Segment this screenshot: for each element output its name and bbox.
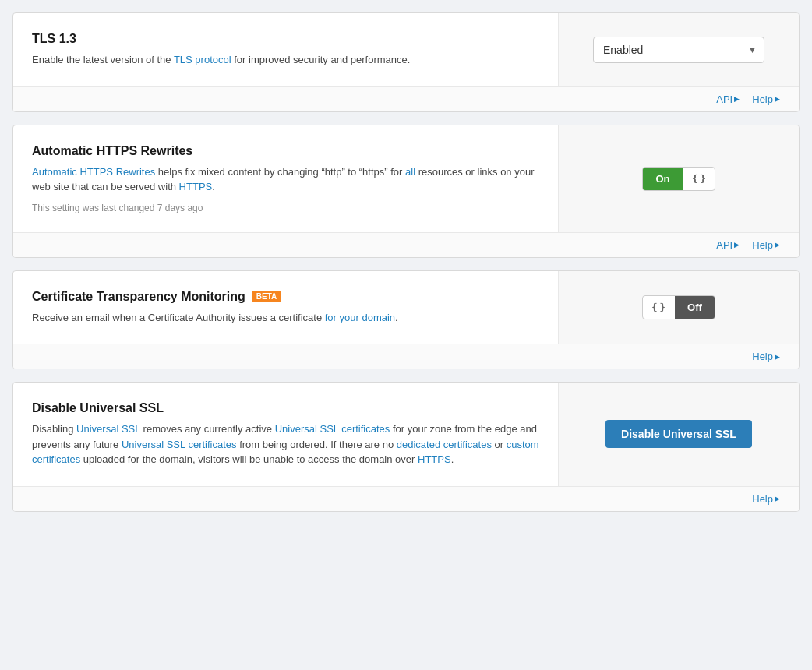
beta-badge: Beta xyxy=(252,291,281,302)
cert-transparency-title: Certificate Transparency Monitoring Beta xyxy=(32,290,539,304)
tls13-api-link[interactable]: API xyxy=(716,93,740,105)
disable-ssl-card-left: Disable Universal SSL Disabling Universa… xyxy=(13,383,559,486)
https-rewrites-desc: Automatic HTTPS Rewrites helps fix mixed… xyxy=(32,164,539,195)
disable-universal-ssl-button[interactable]: Disable Universal SSL xyxy=(605,420,752,448)
https-rewrites-toggle-code[interactable]: ❴❵ xyxy=(683,168,715,189)
cert-transparency-card-right: ❴❵ Off xyxy=(559,271,799,344)
https-served-link[interactable]: HTTPS xyxy=(179,181,213,192)
cert-transparency-card: Certificate Transparency Monitoring Beta… xyxy=(12,270,800,370)
disable-ssl-title-text: Disable Universal SSL xyxy=(32,401,164,415)
https-rewrites-toggle-group: On ❴❵ xyxy=(642,167,715,191)
disable-ssl-card: Disable Universal SSL Disabling Universa… xyxy=(12,382,800,512)
disable-ssl-help-link[interactable]: Help xyxy=(752,493,780,505)
disable-ssl-card-main: Disable Universal SSL Disabling Universa… xyxy=(13,383,799,486)
https-rewrites-card-main: Automatic HTTPS Rewrites Automatic HTTPS… xyxy=(13,125,799,232)
automatic-https-rewrites-link[interactable]: Automatic HTTPS Rewrites xyxy=(32,166,155,178)
cert-transparency-title-text: Certificate Transparency Monitoring xyxy=(32,290,245,304)
tls13-desc: Enable the latest version of the TLS pro… xyxy=(32,52,539,68)
https-rewrites-card: Automatic HTTPS Rewrites Automatic HTTPS… xyxy=(12,125,800,258)
tls-protocol-link[interactable]: TLS protocol xyxy=(174,54,231,65)
universal-ssl-link-2[interactable]: Universal SSL certificates xyxy=(275,423,390,435)
disable-ssl-footer: Help xyxy=(13,486,799,511)
https-rewrites-card-right: On ❴❵ xyxy=(559,125,799,232)
cert-transparency-card-left: Certificate Transparency Monitoring Beta… xyxy=(13,271,559,344)
tls13-footer: API Help xyxy=(13,86,799,111)
https-rewrites-toggle-on[interactable]: On xyxy=(643,168,682,190)
tls13-card-main: TLS 1.3 Enable the latest version of the… xyxy=(13,13,799,86)
cert-transparency-card-main: Certificate Transparency Monitoring Beta… xyxy=(13,271,799,344)
https-rewrites-title: Automatic HTTPS Rewrites xyxy=(32,144,539,158)
https-rewrites-help-link[interactable]: Help xyxy=(752,239,780,251)
tls13-card-left: TLS 1.3 Enable the latest version of the… xyxy=(13,13,559,86)
cert-transparency-desc: Receive an email when a Certificate Auth… xyxy=(32,310,539,326)
dedicated-certs-link[interactable]: dedicated certificates xyxy=(397,439,492,450)
cert-transparency-toggle-group: ❴❵ Off xyxy=(642,295,715,319)
https-rewrites-card-left: Automatic HTTPS Rewrites Automatic HTTPS… xyxy=(13,125,559,232)
cert-transparency-toggle-off[interactable]: Off xyxy=(675,296,715,319)
tls13-card-right: Enabled Disabled xyxy=(559,13,799,86)
all-resources-link[interactable]: all xyxy=(405,166,415,178)
cert-domain-link[interactable]: for your domain xyxy=(325,312,395,323)
universal-ssl-link-1[interactable]: Universal SSL xyxy=(76,423,140,435)
cert-transparency-toggle-code[interactable]: ❴❵ xyxy=(643,296,674,318)
https-domain-link[interactable]: HTTPS xyxy=(418,453,451,465)
disable-ssl-title: Disable Universal SSL xyxy=(32,401,539,415)
tls13-select-wrapper: Enabled Disabled xyxy=(593,37,764,63)
disable-ssl-desc: Disabling Universal SSL removes any curr… xyxy=(32,421,539,467)
https-rewrites-title-text: Automatic HTTPS Rewrites xyxy=(32,144,192,158)
tls13-dropdown[interactable]: Enabled Disabled xyxy=(593,37,764,63)
disable-ssl-card-right: Disable Universal SSL xyxy=(559,383,799,486)
tls13-card: TLS 1.3 Enable the latest version of the… xyxy=(12,12,800,112)
tls13-help-link[interactable]: Help xyxy=(752,93,780,105)
https-rewrites-api-link[interactable]: API xyxy=(716,239,740,251)
cert-transparency-footer: Help xyxy=(13,344,799,368)
https-rewrites-note: This setting was last changed 7 days ago xyxy=(32,203,539,213)
tls13-title: TLS 1.3 xyxy=(32,32,539,46)
tls13-title-text: TLS 1.3 xyxy=(32,32,76,46)
https-rewrites-footer: API Help xyxy=(13,232,799,257)
universal-ssl-link-3[interactable]: Universal SSL certificates xyxy=(122,439,237,450)
cert-transparency-help-link[interactable]: Help xyxy=(752,351,780,362)
